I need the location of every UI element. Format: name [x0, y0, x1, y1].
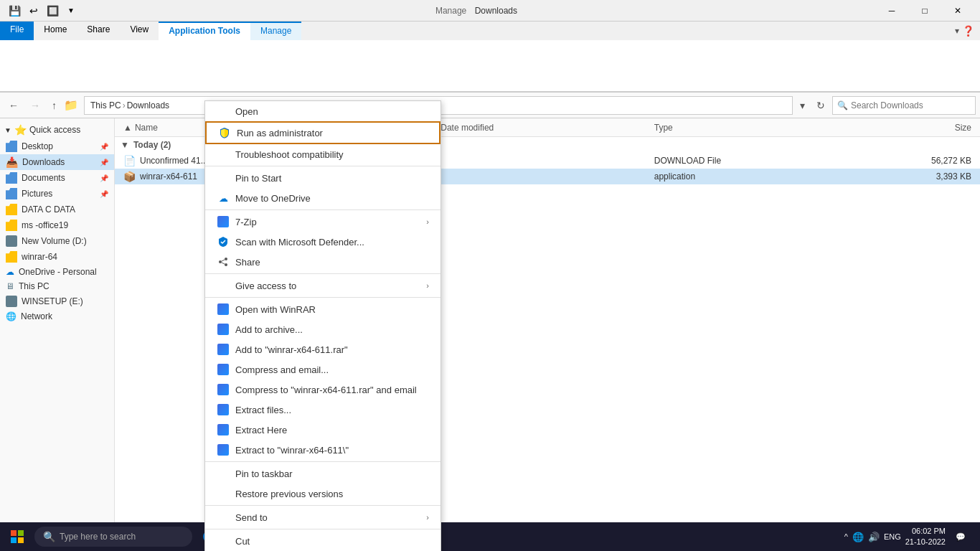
ctx-extract-to-icon	[217, 443, 230, 456]
sidebar-item-winrar64[interactable]: winrar-64	[0, 249, 114, 265]
ctx-troubleshoot-icon	[217, 148, 230, 161]
sidebar-item-this-pc[interactable]: 🖥 This PC	[0, 279, 114, 293]
tab-manage[interactable]: Manage	[250, 22, 301, 40]
ctx-give-access[interactable]: Give access to ›	[205, 276, 440, 296]
sidebar-item-desktop[interactable]: Desktop 📌	[0, 138, 114, 154]
ctx-open-winrar[interactable]: Open with WinRAR	[205, 299, 440, 319]
back-button[interactable]: ←	[4, 97, 23, 114]
ctx-extract-files[interactable]: Extract files...	[205, 400, 440, 420]
taskbar-search-input[interactable]	[60, 532, 174, 542]
ctx-extract-here-icon	[217, 423, 230, 436]
onedrive-label: OneDrive - Personal	[19, 267, 97, 277]
ctx-7zip[interactable]: 7-Zip ›	[205, 212, 440, 232]
svg-rect-6	[18, 530, 24, 536]
ctx-send-to-icon	[217, 511, 230, 524]
column-size-header[interactable]: Size	[864, 123, 974, 133]
tab-home[interactable]: Home	[34, 22, 77, 40]
sidebar-item-onedrive[interactable]: ☁ OneDrive - Personal	[0, 265, 114, 279]
column-date-header[interactable]: Date modified	[438, 123, 651, 133]
down-arrow-icon[interactable]: ▼	[65, 5, 77, 16]
ctx-pin-taskbar[interactable]: Pin to taskbar	[205, 463, 440, 484]
downloads-label: Downloads	[22, 157, 65, 167]
system-clock[interactable]: 06:02 PM 21-10-2022	[905, 526, 946, 548]
ctx-extract-to-label: Extract to "winrar-x64-611\"	[235, 445, 349, 456]
tab-view[interactable]: View	[120, 22, 159, 40]
undo-icon[interactable]: ↩	[27, 4, 41, 18]
notification-center-icon[interactable]: 💬	[950, 522, 971, 551]
up-button[interactable]: ↑	[47, 97, 61, 114]
ctx-share[interactable]: Share	[205, 252, 440, 272]
sidebar-item-pictures[interactable]: Pictures 📌	[0, 186, 114, 202]
taskbar-search-bar[interactable]: 🔍	[34, 527, 192, 547]
quick-access-header[interactable]: ▼ ⭐ Quick access	[0, 121, 114, 138]
network-tray-icon[interactable]: 🌐	[852, 532, 864, 542]
ctx-7zip-arrow: ›	[426, 217, 429, 226]
ctx-defender[interactable]: Scan with Microsoft Defender...	[205, 232, 440, 252]
ctx-sep-2	[205, 209, 440, 210]
ctx-compress-winrar-email[interactable]: Compress to "winrar-x64-611.rar" and ema…	[205, 380, 440, 400]
forward-button[interactable]: →	[26, 97, 44, 114]
ctx-7zip-label: 7-Zip	[235, 217, 257, 227]
start-button[interactable]	[3, 522, 32, 551]
ctx-run-as-admin-label: Run as administrator	[237, 128, 323, 138]
search-box[interactable]: 🔍	[832, 96, 976, 115]
minimize-button[interactable]: ─	[875, 0, 908, 22]
tab-share[interactable]: Share	[77, 22, 120, 40]
ctx-compress-email[interactable]: Compress and email...	[205, 359, 440, 380]
unconfirmed-file-icon: 📄	[123, 155, 136, 166]
winrar-type: application	[651, 171, 865, 182]
refresh-button[interactable]: ↻	[812, 97, 829, 114]
sidebar-item-network[interactable]: 🌐 Network	[0, 309, 114, 324]
ctx-open[interactable]: Open	[205, 101, 440, 121]
this-pc-icon: 🖥	[6, 281, 14, 291]
svg-rect-7	[11, 537, 17, 543]
maximize-button[interactable]: □	[908, 0, 941, 22]
path-root: This PC	[90, 100, 121, 110]
ctx-extract-files-icon	[217, 403, 230, 416]
documents-label: Documents	[22, 173, 65, 183]
path-dropdown-button[interactable]: ▾	[796, 97, 809, 114]
svg-point-0	[225, 258, 227, 260]
ctx-add-archive[interactable]: Add to archive...	[205, 319, 440, 339]
save-icon[interactable]: 💾	[6, 4, 24, 18]
ctx-cut[interactable]: Cut	[205, 531, 440, 551]
ribbon-collapse-icon[interactable]: ▾	[955, 26, 959, 36]
ctx-7zip-icon	[217, 215, 230, 228]
new-volume-label: New Volume (D:)	[22, 236, 87, 246]
ctx-pin-start[interactable]: Pin to Start	[205, 168, 440, 188]
ctx-restore-versions[interactable]: Restore previous versions	[205, 484, 440, 504]
network-label: Network	[21, 311, 52, 321]
column-type-header[interactable]: Type	[651, 123, 865, 133]
ctx-send-to[interactable]: Send to ›	[205, 507, 440, 527]
sidebar-item-new-volume[interactable]: New Volume (D:)	[0, 233, 114, 249]
sidebar-item-downloads[interactable]: 📥 Downloads 📌	[0, 154, 114, 170]
window-title: Manage Downloads	[77, 6, 875, 16]
properties-icon[interactable]: 🔲	[44, 4, 62, 18]
sidebar-item-msoffice[interactable]: ms -office19	[0, 217, 114, 233]
sidebar-item-documents[interactable]: Documents 📌	[0, 170, 114, 186]
documents-folder-icon	[6, 172, 17, 184]
ctx-troubleshoot[interactable]: Troubleshoot compatibility	[205, 144, 440, 164]
tab-file[interactable]: File	[0, 22, 34, 40]
volume-icon[interactable]: 🔊	[868, 532, 880, 542]
close-button[interactable]: ✕	[941, 0, 974, 22]
ctx-add-winrar-rar[interactable]: Add to "winrar-x64-611.rar"	[205, 339, 440, 359]
help-icon[interactable]: ❓	[962, 25, 974, 37]
ctx-extract-to[interactable]: Extract to "winrar-x64-611\"	[205, 440, 440, 460]
data-c-folder-icon	[6, 204, 17, 215]
ctx-troubleshoot-label: Troubleshoot compatibility	[235, 149, 344, 160]
search-input[interactable]	[851, 100, 951, 110]
sidebar: ▼ ⭐ Quick access Desktop 📌 📥 Downloads 📌…	[0, 118, 115, 532]
ctx-extract-here[interactable]: Extract Here	[205, 420, 440, 440]
ctx-move-onedrive[interactable]: ☁ Move to OneDrive	[205, 188, 440, 208]
drive-e-icon	[6, 296, 17, 307]
ctx-run-as-admin[interactable]: Run as administrator	[205, 121, 440, 144]
tray-chevron-icon[interactable]: ^	[844, 532, 848, 541]
taskbar: 🔍	[0, 522, 980, 551]
tab-application-tools[interactable]: Application Tools	[159, 22, 250, 40]
sidebar-item-winsetup[interactable]: WINSETUP (E:)	[0, 293, 114, 309]
msoffice-folder-icon	[6, 220, 17, 231]
column-name-header[interactable]: Name	[135, 123, 158, 133]
ctx-add-winrar-icon	[217, 343, 230, 356]
sidebar-item-data-c[interactable]: DATA C DATA	[0, 202, 114, 217]
